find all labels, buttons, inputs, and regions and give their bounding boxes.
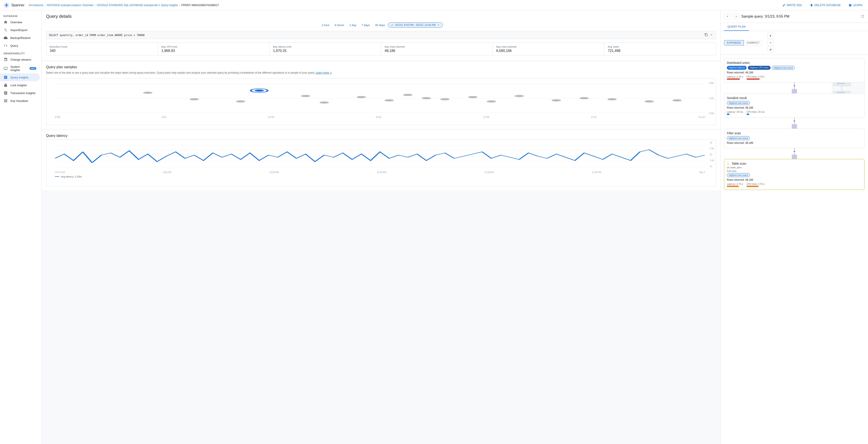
- date-range-chip[interactable]: 3/1/23, 8:43 PM - 3/2/23, 12:04 AM: [388, 22, 442, 28]
- top-nav: Spanner All instances › INSTANCE example…: [0, 0, 868, 10]
- svg-point-12: [384, 99, 394, 101]
- distributed-union-badges: Highest latency Highest CPU time Highest…: [727, 66, 862, 70]
- svg-point-19: [552, 99, 561, 101]
- view-toggle: EXPANDED COMPACT: [724, 40, 762, 46]
- legend-label: Avg latency: 2.236s: [61, 175, 82, 178]
- write-ddl-button[interactable]: WRITE DDL: [780, 2, 805, 8]
- query-plan-content: Distributed union Highest latency Highes…: [720, 55, 868, 444]
- latency-legend: Avg latency: 2.236s: [55, 175, 705, 178]
- delete-database-button[interactable]: DELETE DATABASE: [808, 2, 843, 8]
- plan-node-table-scan: ⚠ Table scan on order_item Full scan Hig…: [724, 159, 865, 190]
- sidebar-item-lock-insights-label: Lock insights: [10, 84, 27, 87]
- lat-y-15s: 1.5s: [710, 159, 714, 161]
- time-1d[interactable]: 1 day: [347, 23, 359, 28]
- date-range-label: 3/1/23, 8:43 PM - 3/2/23, 12:04 AM: [395, 24, 435, 27]
- cpu-bar-group-4: CPU time: 2.75 s: [747, 183, 765, 187]
- filter-scan-title: Filter scan: [727, 131, 862, 135]
- cpu-label-2: CPU time: 20 ms: [747, 111, 765, 113]
- x-label-930: 9:30: [162, 116, 166, 118]
- zoom-reset-button[interactable]: ↺: [768, 47, 774, 53]
- rp-expand-button[interactable]: [861, 14, 865, 19]
- svg-point-17: [487, 100, 496, 102]
- receipt-icon: [3, 91, 8, 95]
- latency-chart: 3s 2.5s 2s 1.5s 1s UTC+5:30 9:30 PM 10:0…: [46, 140, 716, 187]
- zoom-in-button[interactable]: +: [768, 33, 774, 39]
- time-30d[interactable]: 30 days: [373, 23, 387, 28]
- breadcrumb: All instances › INSTANCE example-instanc…: [29, 4, 219, 7]
- cpu-bar-group-2: CPU time: 20 ms: [747, 111, 765, 115]
- content-area: Query details 1 hour 6 hours 1 day 7 day…: [42, 10, 720, 444]
- svg-point-5: [190, 98, 199, 100]
- tab-query-plan[interactable]: QUERY PLAN: [724, 23, 749, 31]
- svg-point-21: [608, 98, 617, 100]
- distributed-union-perf: Latency: 2.78 s CPU time: 2.78 s: [727, 76, 862, 80]
- stat-avg-latency: Avg. latency (ms) 1,970.25: [270, 43, 381, 55]
- lat-x-1130: 11:30 PM: [592, 171, 601, 174]
- sidebar-item-import-export[interactable]: Import/Export: [0, 26, 40, 34]
- sidebar-item-query-label: Query: [10, 44, 18, 47]
- stat-avg-rows-returned: Avg. rows returned 48,186: [381, 43, 493, 55]
- svg-point-4: [143, 92, 152, 94]
- query-plan-samples-title: Query plan samples: [46, 65, 716, 69]
- stream-icon: [3, 57, 8, 62]
- scatter-chart[interactable]: 3.00s 2.25s 1.50s 9 PM 9:30 10 PM 10:30 …: [46, 78, 716, 125]
- time-1h[interactable]: 1 hour: [319, 23, 332, 28]
- lat-y-1s: 1s: [710, 165, 714, 168]
- breadcrumb-instance[interactable]: INSTANCE example-instance: Overview: [47, 4, 93, 7]
- table-scan-perf: Latency: 2.75 s CPU time: 2.75 s: [727, 183, 862, 187]
- lat-y-3s: 3s: [710, 141, 714, 144]
- badge-highest-row-count-1: Highest row count: [772, 66, 795, 70]
- view-compact-button[interactable]: COMPACT: [744, 40, 762, 46]
- new-badge: NEW: [30, 67, 36, 70]
- latency-bar-group-2: Latency: 20 ms: [727, 111, 743, 115]
- time-6h[interactable]: 6 hours: [333, 23, 346, 28]
- right-panel: Sample query: 3/1/23, 9:55 PM QUERY PLAN…: [720, 10, 868, 444]
- time-7d[interactable]: 7 days: [360, 23, 372, 28]
- latency-bar-2: [727, 114, 730, 115]
- expand-query-button[interactable]: [710, 33, 713, 37]
- stat-avg-rows-scanned-label: Avg. rows scanned: [496, 46, 601, 48]
- sidebar-item-overview[interactable]: Overview: [0, 18, 40, 26]
- latency-bar-group: Latency: 2.78 s: [727, 76, 743, 80]
- sidebar-obs-label: OBSERVABILITY: [0, 50, 41, 56]
- breadcrumb-database[interactable]: GOOGLE STANDARD SQL DATABASE example-db-…: [97, 4, 178, 7]
- sidebar-item-query-insights[interactable]: Query insights: [0, 73, 40, 81]
- app-name: Spanner: [11, 3, 25, 7]
- cpu-bar-4: [747, 186, 758, 187]
- sidebar-item-query[interactable]: Query: [0, 42, 40, 50]
- grid-icon: [3, 99, 8, 103]
- table-scan-detail: Full scan: [727, 170, 862, 172]
- code-icon: [3, 43, 8, 48]
- table-scan-subtitle: on order_item: [727, 166, 862, 169]
- badge-highest-row-count-4: Highest row count: [727, 173, 750, 177]
- stat-avg-latency-label: Avg. latency (ms): [273, 46, 377, 48]
- learn-button[interactable]: LEARN: [846, 2, 865, 8]
- monitor-icon: [3, 66, 8, 70]
- sidebar-item-lock-insights[interactable]: Lock insights: [0, 81, 40, 89]
- svg-point-15: [440, 98, 450, 100]
- zoom-out-button[interactable]: −: [768, 40, 774, 46]
- sidebar-item-system-insights[interactable]: System insights NEW: [0, 63, 40, 73]
- distributed-union-rows: Rows returned: 48,186: [727, 71, 862, 74]
- sidebar-item-transaction-insights[interactable]: Transaction insights: [0, 89, 40, 97]
- top-nav-actions: WRITE DDL DELETE DATABASE LEARN: [780, 2, 865, 8]
- backup-icon: [3, 36, 8, 40]
- sidebar-db-label: DATABASE: [0, 12, 41, 18]
- view-expanded-button[interactable]: EXPANDED: [724, 40, 744, 46]
- y-label-15s: 1.50s: [709, 112, 714, 115]
- copy-query-button[interactable]: [705, 33, 708, 37]
- rp-next-button[interactable]: [733, 13, 740, 20]
- svg-point-13: [403, 94, 412, 96]
- rp-header: Sample query: 3/1/23, 9:55 PM: [720, 10, 868, 23]
- sidebar-item-backup-restore[interactable]: Backup/Restore: [0, 34, 40, 42]
- sidebar-item-key-visualizer[interactable]: Key Visualizer: [0, 97, 40, 105]
- rp-prev-button[interactable]: [724, 13, 731, 20]
- sidebar-item-change-streams[interactable]: Change streams: [0, 56, 40, 63]
- lat-y-25s: 2.5s: [710, 147, 714, 150]
- sidebar-item-backup-label: Backup/Restore: [10, 36, 31, 39]
- x-label-9pm: 9 PM: [55, 116, 60, 118]
- latency-bar-1: [727, 79, 740, 80]
- learn-more-link[interactable]: Learn more ↗: [316, 71, 332, 74]
- breadcrumb-all-instances[interactable]: All instances: [29, 4, 43, 7]
- plan-node-distributed-union: Distributed union Highest latency Highes…: [724, 58, 865, 83]
